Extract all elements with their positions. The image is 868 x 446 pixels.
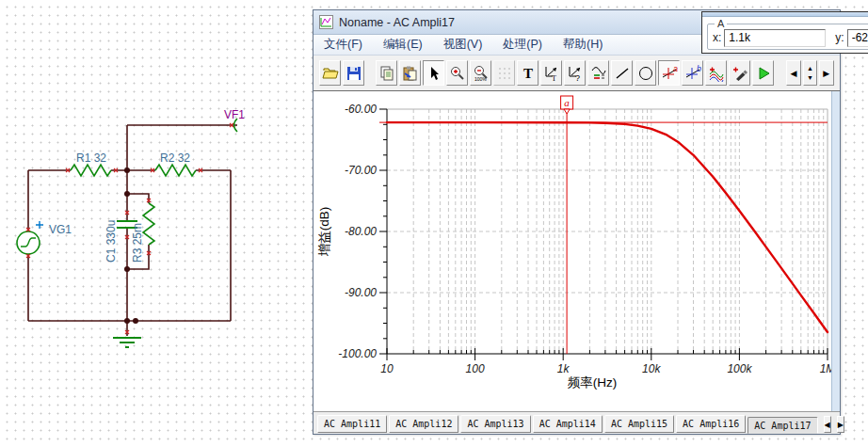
- add-curve-icon: [708, 65, 725, 82]
- label-vg1: VG1: [49, 223, 72, 236]
- open-icon: [322, 65, 339, 82]
- cursor-coordinate-panel[interactable]: A x: y:: [701, 11, 868, 54]
- copy-button[interactable]: [376, 60, 397, 86]
- label-vf1: VF1: [224, 108, 245, 121]
- coord-panel-titlebar[interactable]: [702, 12, 868, 17]
- svg-text:10k: 10k: [642, 362, 661, 375]
- resistor-r1: [71, 165, 111, 176]
- tab-ac-ampli15[interactable]: AC Ampli15: [604, 415, 674, 433]
- svg-text:-90.00: -90.00: [345, 286, 377, 299]
- line-tool-icon: [614, 65, 631, 82]
- window-title: Noname - AC Ampli17: [339, 16, 455, 29]
- probe-button[interactable]: [729, 60, 750, 86]
- tab-scroll-left-button[interactable]: ◀: [824, 416, 831, 433]
- cursor-y-input[interactable]: [847, 29, 868, 47]
- open-button[interactable]: [319, 60, 341, 86]
- run-button[interactable]: [752, 60, 774, 86]
- probe-pen-icon: [731, 65, 748, 82]
- cursor-x-input[interactable]: [724, 29, 826, 47]
- svg-text:T: T: [523, 66, 533, 81]
- svg-text:100: 100: [466, 362, 485, 375]
- menu-view[interactable]: 视图(V): [433, 35, 493, 55]
- svg-text:100k: 100k: [727, 362, 752, 375]
- line-tool-button[interactable]: [611, 60, 633, 86]
- cursor-group-label: A: [715, 18, 727, 29]
- tab-ac-ampli12[interactable]: AC Ampli12: [389, 415, 458, 433]
- run-icon: [755, 65, 772, 82]
- app-icon: [319, 15, 333, 29]
- scroll-up-icon: ▲: [807, 64, 813, 73]
- x-label: x:: [713, 31, 721, 44]
- tab-ac-ampli16[interactable]: AC Ampli16: [676, 415, 746, 433]
- label-r1: R1 32: [76, 151, 106, 165]
- cursor-a-icon: a: [661, 65, 678, 82]
- label-r2: R2 32: [160, 151, 190, 165]
- vg1-plus-sign: [36, 221, 43, 229]
- cursor-b-icon: b: [684, 65, 701, 82]
- paste-button[interactable]: [399, 60, 421, 86]
- tab-ac-ampli13[interactable]: AC Ampli13: [460, 415, 530, 433]
- x-axis-title: 频率(Hz): [568, 375, 618, 390]
- ellipse-tool-button[interactable]: [635, 60, 656, 86]
- select-pointer-button[interactable]: [423, 60, 444, 86]
- curve-export-button[interactable]: T: [540, 60, 562, 86]
- text-tool-button[interactable]: T: [517, 60, 538, 86]
- cursor-a-button[interactable]: a: [658, 60, 680, 86]
- svg-text:-80.00: -80.00: [345, 225, 377, 238]
- svg-text:T: T: [552, 74, 556, 82]
- menu-edit[interactable]: 编辑(E): [373, 35, 433, 55]
- menu-file[interactable]: 文件(F): [313, 35, 373, 55]
- svg-text:-70.00: -70.00: [345, 164, 377, 177]
- legend-button[interactable]: [587, 60, 609, 86]
- svg-text:?: ?: [575, 73, 580, 82]
- save-button[interactable]: [343, 60, 364, 86]
- analysis-tabbar: AC Ampli11 AC Ampli12 AC Ampli13 AC Ampl…: [313, 411, 840, 434]
- resistor-r3: [143, 203, 154, 245]
- scroll-right-button[interactable]: ▶: [819, 60, 834, 86]
- curve-query-button[interactable]: ?: [564, 60, 586, 86]
- svg-text:a: a: [673, 65, 678, 73]
- zoom-out-icon: 100%: [473, 65, 490, 82]
- tab-scroll-right-icon: ▶: [838, 421, 844, 429]
- curve-export-icon: T: [543, 65, 560, 82]
- svg-text:1k: 1k: [557, 362, 571, 375]
- resistor-r2: [155, 165, 196, 176]
- menu-process[interactable]: 处理(P): [492, 35, 553, 55]
- grid-icon: [496, 65, 513, 82]
- svg-text:-60.00: -60.00: [345, 103, 377, 116]
- ellipse-tool-icon: [637, 65, 654, 82]
- scroll-left-icon: ◀: [790, 69, 796, 78]
- cursor-a-group: A x: y:: [707, 24, 868, 50]
- tab-ac-ampli17[interactable]: AC Ampli17: [747, 417, 817, 434]
- cursor-b-button[interactable]: b: [682, 60, 703, 86]
- paste-icon: [402, 65, 419, 82]
- diagram-window: Noname - AC Ampli17 文件(F) 编辑(E) 视图(V) 处理…: [313, 9, 841, 435]
- grid-button[interactable]: [493, 60, 515, 86]
- legend-icon: [590, 65, 607, 82]
- zoom-in-icon: [449, 65, 466, 82]
- desktop: { "window": { "title": "Noname - AC Ampl…: [0, 0, 868, 446]
- scroll-left-button[interactable]: ◀: [786, 60, 801, 86]
- svg-text:b: b: [697, 65, 701, 73]
- tab-scroll-right-button[interactable]: ▶: [837, 416, 844, 433]
- y-axis-title: 增益(dB): [317, 207, 331, 258]
- tab-ac-ampli14[interactable]: AC Ampli14: [533, 415, 603, 433]
- scroll-down-icon: ▼: [807, 73, 813, 83]
- label-c1: C1 330u: [104, 220, 118, 263]
- gain-frequency-chart[interactable]: 101001k10k100k1M-60.00-70.00-80.00-90.00…: [313, 91, 833, 411]
- menu-help[interactable]: 帮助(H): [553, 35, 613, 55]
- zoom-out-100-button[interactable]: 100%: [470, 60, 491, 86]
- add-curve-button[interactable]: [705, 60, 727, 86]
- label-r3: R3 25m: [131, 223, 144, 263]
- chart-area: 101001k10k100k1M-60.00-70.00-80.00-90.00…: [313, 91, 840, 411]
- scroll-updown-button[interactable]: ▲ ▼: [803, 60, 817, 86]
- schematic-canvas[interactable]: R1 32 R2 32 VG1 C1 330u R3 25m VF1: [0, 89, 282, 372]
- zoom-in-button[interactable]: [446, 60, 468, 86]
- tab-scroll-left-icon: ◀: [825, 421, 830, 429]
- tab-ac-ampli11[interactable]: AC Ampli11: [317, 415, 387, 433]
- text-tool-icon: T: [520, 65, 537, 82]
- scroll-right-icon: ▶: [823, 69, 829, 78]
- pointer-icon: [426, 65, 442, 82]
- curve-query-icon: ?: [567, 65, 584, 82]
- y-label: y:: [835, 31, 844, 44]
